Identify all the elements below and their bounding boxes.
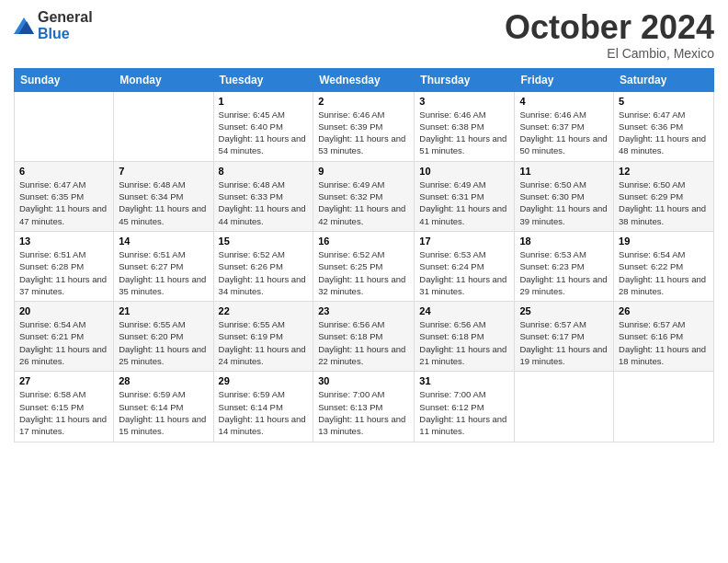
day-number: 3: [419, 96, 509, 107]
weekday-header: Saturday: [614, 68, 714, 91]
calendar-cell: 14Sunrise: 6:51 AMSunset: 6:27 PMDayligh…: [114, 231, 213, 301]
day-info: Sunrise: 6:49 AMSunset: 6:31 PMDaylight:…: [419, 178, 509, 227]
day-info: Sunrise: 6:51 AMSunset: 6:27 PMDaylight:…: [119, 248, 208, 297]
day-number: 20: [19, 305, 108, 316]
day-info: Sunrise: 6:59 AMSunset: 6:14 PMDaylight:…: [119, 388, 208, 437]
day-number: 16: [318, 236, 409, 247]
day-number: 30: [318, 375, 409, 386]
day-number: 18: [519, 236, 609, 247]
calendar-week-row: 27Sunrise: 6:58 AMSunset: 6:15 PMDayligh…: [15, 372, 714, 442]
weekday-header: Wednesday: [313, 68, 415, 91]
day-number: 14: [119, 236, 208, 247]
weekday-header: Thursday: [415, 68, 515, 91]
day-info: Sunrise: 6:52 AMSunset: 6:25 PMDaylight:…: [318, 248, 409, 297]
logo-text: General Blue: [38, 9, 93, 42]
day-number: 15: [219, 236, 309, 247]
day-number: 7: [119, 166, 208, 177]
day-info: Sunrise: 6:59 AMSunset: 6:14 PMDaylight:…: [219, 388, 309, 437]
calendar-cell: 25Sunrise: 6:57 AMSunset: 6:17 PMDayligh…: [515, 302, 614, 372]
day-number: 26: [619, 305, 709, 316]
calendar-cell: 18Sunrise: 6:53 AMSunset: 6:23 PMDayligh…: [515, 231, 614, 301]
weekday-header: Tuesday: [213, 68, 313, 91]
header: General Blue October 2024 El Cambio, Mex…: [14, 9, 714, 61]
day-info: Sunrise: 6:48 AMSunset: 6:33 PMDaylight:…: [219, 178, 309, 227]
day-info: Sunrise: 6:46 AMSunset: 6:38 PMDaylight:…: [419, 109, 509, 157]
day-info: Sunrise: 6:54 AMSunset: 6:21 PMDaylight:…: [19, 318, 108, 367]
calendar-cell: 6Sunrise: 6:47 AMSunset: 6:35 PMDaylight…: [15, 161, 114, 231]
day-number: 1: [219, 96, 309, 107]
day-info: Sunrise: 6:55 AMSunset: 6:19 PMDaylight:…: [219, 318, 309, 367]
day-info: Sunrise: 6:54 AMSunset: 6:22 PMDaylight:…: [619, 248, 709, 297]
day-info: Sunrise: 6:57 AMSunset: 6:17 PMDaylight:…: [519, 318, 609, 367]
day-info: Sunrise: 6:57 AMSunset: 6:16 PMDaylight:…: [619, 318, 709, 367]
day-number: 13: [19, 236, 108, 247]
calendar-cell: [15, 91, 114, 161]
day-number: 6: [19, 166, 108, 177]
day-info: Sunrise: 6:56 AMSunset: 6:18 PMDaylight:…: [419, 318, 509, 367]
calendar-cell: 8Sunrise: 6:48 AMSunset: 6:33 PMDaylight…: [213, 161, 313, 231]
calendar-cell: 9Sunrise: 6:49 AMSunset: 6:32 PMDaylight…: [313, 161, 415, 231]
day-number: 31: [419, 375, 509, 386]
calendar-cell: 12Sunrise: 6:50 AMSunset: 6:29 PMDayligh…: [614, 161, 714, 231]
calendar-cell: 28Sunrise: 6:59 AMSunset: 6:14 PMDayligh…: [114, 372, 213, 442]
calendar-body: 1Sunrise: 6:45 AMSunset: 6:40 PMDaylight…: [15, 91, 714, 442]
day-number: 12: [619, 166, 709, 177]
day-number: 19: [619, 236, 709, 247]
calendar-cell: 29Sunrise: 6:59 AMSunset: 6:14 PMDayligh…: [213, 372, 313, 442]
day-info: Sunrise: 6:46 AMSunset: 6:39 PMDaylight:…: [318, 109, 409, 157]
day-info: Sunrise: 6:46 AMSunset: 6:37 PMDaylight:…: [519, 109, 609, 157]
calendar-header: SundayMondayTuesdayWednesdayThursdayFrid…: [15, 68, 714, 91]
day-number: 10: [419, 166, 509, 177]
day-info: Sunrise: 7:00 AMSunset: 6:13 PMDaylight:…: [318, 388, 409, 437]
calendar-cell: 2Sunrise: 6:46 AMSunset: 6:39 PMDaylight…: [313, 91, 415, 161]
calendar-cell: 15Sunrise: 6:52 AMSunset: 6:26 PMDayligh…: [213, 231, 313, 301]
day-number: 27: [19, 375, 108, 386]
day-info: Sunrise: 6:52 AMSunset: 6:26 PMDaylight:…: [219, 248, 309, 297]
day-number: 22: [219, 305, 309, 316]
day-info: Sunrise: 7:00 AMSunset: 6:12 PMDaylight:…: [419, 388, 509, 437]
calendar-cell: [614, 372, 714, 442]
calendar-cell: 23Sunrise: 6:56 AMSunset: 6:18 PMDayligh…: [313, 302, 415, 372]
day-info: Sunrise: 6:58 AMSunset: 6:15 PMDaylight:…: [19, 388, 108, 437]
location-title: El Cambio, Mexico: [505, 46, 714, 61]
calendar-week-row: 20Sunrise: 6:54 AMSunset: 6:21 PMDayligh…: [15, 302, 714, 372]
calendar-cell: 17Sunrise: 6:53 AMSunset: 6:24 PMDayligh…: [415, 231, 515, 301]
title-section: October 2024 El Cambio, Mexico: [505, 9, 714, 61]
day-number: 29: [219, 375, 309, 386]
calendar-cell: 21Sunrise: 6:55 AMSunset: 6:20 PMDayligh…: [114, 302, 213, 372]
calendar-cell: 4Sunrise: 6:46 AMSunset: 6:37 PMDaylight…: [515, 91, 614, 161]
day-number: 28: [119, 375, 208, 386]
calendar-cell: 20Sunrise: 6:54 AMSunset: 6:21 PMDayligh…: [15, 302, 114, 372]
calendar-cell: 16Sunrise: 6:52 AMSunset: 6:25 PMDayligh…: [313, 231, 415, 301]
day-info: Sunrise: 6:49 AMSunset: 6:32 PMDaylight:…: [318, 178, 409, 227]
calendar-cell: 10Sunrise: 6:49 AMSunset: 6:31 PMDayligh…: [415, 161, 515, 231]
calendar-cell: 22Sunrise: 6:55 AMSunset: 6:19 PMDayligh…: [213, 302, 313, 372]
day-number: 11: [519, 166, 609, 177]
logo-general: General: [38, 9, 93, 25]
calendar-cell: 3Sunrise: 6:46 AMSunset: 6:38 PMDaylight…: [415, 91, 515, 161]
day-info: Sunrise: 6:56 AMSunset: 6:18 PMDaylight:…: [318, 318, 409, 367]
calendar-table: SundayMondayTuesdayWednesdayThursdayFrid…: [14, 68, 714, 442]
weekday-header: Friday: [515, 68, 614, 91]
day-number: 4: [519, 96, 609, 107]
calendar-cell: 26Sunrise: 6:57 AMSunset: 6:16 PMDayligh…: [614, 302, 714, 372]
calendar-cell: 7Sunrise: 6:48 AMSunset: 6:34 PMDaylight…: [114, 161, 213, 231]
calendar-cell: 5Sunrise: 6:47 AMSunset: 6:36 PMDaylight…: [614, 91, 714, 161]
calendar-week-row: 1Sunrise: 6:45 AMSunset: 6:40 PMDaylight…: [15, 91, 714, 161]
calendar-cell: 30Sunrise: 7:00 AMSunset: 6:13 PMDayligh…: [313, 372, 415, 442]
calendar-cell: 27Sunrise: 6:58 AMSunset: 6:15 PMDayligh…: [15, 372, 114, 442]
calendar-cell: 1Sunrise: 6:45 AMSunset: 6:40 PMDaylight…: [213, 91, 313, 161]
day-info: Sunrise: 6:45 AMSunset: 6:40 PMDaylight:…: [219, 109, 309, 157]
weekday-row: SundayMondayTuesdayWednesdayThursdayFrid…: [15, 68, 714, 91]
logo-icon: [14, 17, 34, 34]
calendar-cell: 24Sunrise: 6:56 AMSunset: 6:18 PMDayligh…: [415, 302, 515, 372]
calendar-cell: 13Sunrise: 6:51 AMSunset: 6:28 PMDayligh…: [15, 231, 114, 301]
day-info: Sunrise: 6:48 AMSunset: 6:34 PMDaylight:…: [119, 178, 208, 227]
calendar-cell: [114, 91, 213, 161]
day-number: 25: [519, 305, 609, 316]
calendar-cell: 11Sunrise: 6:50 AMSunset: 6:30 PMDayligh…: [515, 161, 614, 231]
calendar-week-row: 6Sunrise: 6:47 AMSunset: 6:35 PMDaylight…: [15, 161, 714, 231]
day-number: 8: [219, 166, 309, 177]
weekday-header: Sunday: [15, 68, 114, 91]
logo: General Blue: [14, 9, 93, 42]
